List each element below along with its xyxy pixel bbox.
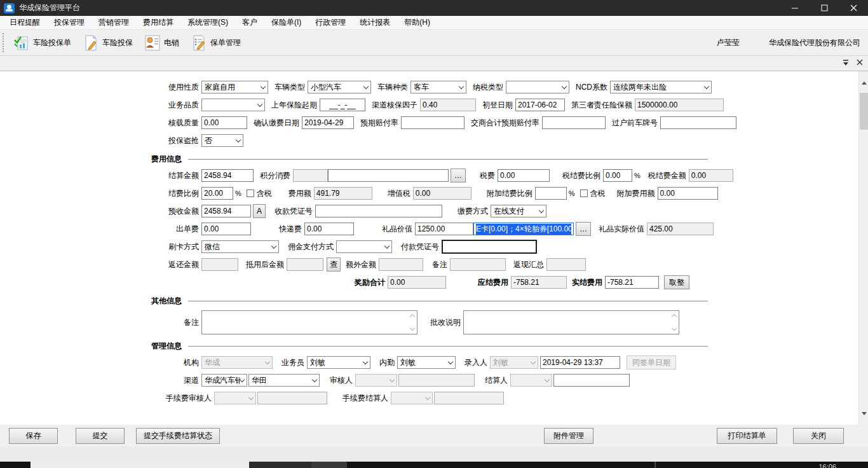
taskbar-item[interactable] xyxy=(31,462,249,468)
menu-item-4[interactable]: 系统管理(S) xyxy=(180,16,235,29)
tab-close-icon[interactable] xyxy=(857,59,863,67)
correction-note-textarea[interactable] xyxy=(463,310,679,334)
print-settlement-button[interactable]: 打印结算单 xyxy=(717,428,777,444)
toolbar-button-0[interactable]: 车险投保单 xyxy=(8,32,78,53)
scroll-up-icon[interactable] xyxy=(859,78,868,88)
confirm-payment-date-input[interactable]: 2019-04-29 xyxy=(302,116,354,129)
payment-voucher-input[interactable] xyxy=(442,240,537,254)
menu-item-2[interactable]: 营销管理 xyxy=(92,16,136,29)
vertical-scrollbar[interactable] xyxy=(858,71,868,425)
last-year-policy-start-input[interactable]: __-_-__ xyxy=(320,99,365,111)
save-button[interactable]: 保存 xyxy=(9,428,58,444)
tax-settle-amount-input[interactable]: 0.00 xyxy=(689,169,733,182)
remark-textarea[interactable] xyxy=(201,310,417,334)
submit-button[interactable]: 提交 xyxy=(76,428,125,444)
points-consumption-detail-input[interactable] xyxy=(328,169,449,182)
gift-browse-button[interactable]: … xyxy=(576,222,591,236)
menu-item-0[interactable]: 日程提醒 xyxy=(3,16,47,29)
settle-ratio-input[interactable]: 20.00 xyxy=(201,187,233,200)
entry-time-input[interactable]: 2019-04-29 13:37 xyxy=(540,356,620,369)
textarea-scroll-down-icon[interactable] xyxy=(410,326,415,331)
menu-item-1[interactable]: 投保管理 xyxy=(47,16,92,29)
combined-expected-loss-ratio-input[interactable] xyxy=(542,116,606,129)
card-payment-method-select[interactable]: 微信 xyxy=(201,240,279,253)
office-staff-select[interactable]: 刘敏 xyxy=(397,356,456,369)
issue-fee-input[interactable]: 0.00 xyxy=(201,223,251,235)
first-registration-date-input[interactable]: 2017-06-02 xyxy=(515,99,565,111)
channel-select-2[interactable]: 华田 xyxy=(248,374,320,387)
load-capacity-input[interactable]: 0.00 xyxy=(201,116,247,129)
menu-item-7[interactable]: 行政管理 xyxy=(308,16,353,29)
extra-fee-amount-input[interactable]: 0.00 xyxy=(658,187,718,200)
expected-loss-ratio-input[interactable] xyxy=(401,116,465,129)
attachment-manage-button[interactable]: 附件管理 xyxy=(544,428,593,444)
payable-fee-input[interactable]: -758.21 xyxy=(511,276,567,289)
round-button[interactable]: 取整 xyxy=(664,275,689,289)
offset-amount-input[interactable] xyxy=(287,258,323,271)
actual-fee-input[interactable]: -758.21 xyxy=(605,276,659,289)
auditor-name-input[interactable] xyxy=(398,374,475,387)
tax-fee-input[interactable]: 0.00 xyxy=(498,169,550,182)
gift-detail-input[interactable]: E卡[0.00]；4×轮胎券[100.00] xyxy=(473,223,574,235)
previous-plate-number-input[interactable] xyxy=(660,116,736,129)
gift-actual-value-input[interactable]: 425.00 xyxy=(647,223,714,235)
close-page-button[interactable]: 关闭 xyxy=(793,428,844,444)
third-party-liability-input[interactable]: 1500000.00 xyxy=(635,99,724,111)
taskbar-item[interactable] xyxy=(249,462,311,468)
vehicle-kind-select[interactable]: 客车 xyxy=(410,81,466,93)
gift-value-input[interactable]: 1250.00 xyxy=(415,223,473,235)
minimize-icon[interactable] xyxy=(780,0,810,16)
taskbar-item[interactable] xyxy=(311,462,347,468)
toolbar-button-3[interactable]: 保单管理 xyxy=(186,32,247,53)
textarea-scroll-down-icon[interactable] xyxy=(672,326,677,331)
extra-amount-input[interactable] xyxy=(379,258,423,271)
menu-item-9[interactable]: 帮助(H) xyxy=(397,16,437,29)
ncd-factor-select[interactable]: 连续两年未出险 xyxy=(610,81,712,93)
payment-method-select[interactable]: 在线支付 xyxy=(491,205,546,217)
tax-settle-ratio-input[interactable]: 0.00 xyxy=(603,169,632,182)
points-consumption-input[interactable] xyxy=(293,169,328,182)
menu-item-5[interactable]: 客户 xyxy=(235,16,264,29)
close-icon[interactable] xyxy=(839,0,868,16)
theft-coverage-select[interactable]: 否 xyxy=(201,134,243,147)
checkbox-icon[interactable] xyxy=(247,189,254,197)
tab-list-icon[interactable] xyxy=(843,59,849,67)
check-button[interactable]: 查 xyxy=(327,258,341,272)
tax-type-select[interactable] xyxy=(506,81,569,93)
scroll-thumb[interactable] xyxy=(860,93,868,130)
usage-nature-select[interactable]: 家庭自用 xyxy=(201,81,268,93)
precollect-a-button[interactable]: A xyxy=(253,204,266,218)
tax-included-checkbox-1[interactable]: 含税 xyxy=(247,188,272,199)
maximize-icon[interactable] xyxy=(810,0,839,16)
menu-item-6[interactable]: 保险单(I) xyxy=(264,16,308,29)
textarea-scroll-up-icon[interactable] xyxy=(410,314,415,319)
settler-name-input[interactable] xyxy=(553,374,630,387)
business-quality-select[interactable] xyxy=(201,99,265,111)
tax-included-checkbox-2[interactable]: 含税 xyxy=(580,188,606,199)
precollect-amount-input[interactable]: 2458.94 xyxy=(201,205,251,217)
receipt-voucher-input[interactable] xyxy=(315,205,442,217)
vehicle-type-select[interactable]: 小型汽车 xyxy=(308,81,371,93)
channel-underwriting-factor-input[interactable]: 0.40 xyxy=(420,99,476,111)
menu-item-3[interactable]: 费用结算 xyxy=(136,16,180,29)
settlement-amount-input[interactable]: 2458.94 xyxy=(201,169,254,182)
express-fee-input[interactable]: 0.00 xyxy=(304,223,354,235)
textarea-scroll-up-icon[interactable] xyxy=(672,314,677,319)
channel-select-1[interactable]: 华成汽车销 xyxy=(201,374,247,387)
cashback-total-input[interactable] xyxy=(546,258,586,271)
fee-amount-input[interactable]: 491.79 xyxy=(314,187,372,200)
toolbar-button-2[interactable]: 电销 xyxy=(139,32,186,53)
scroll-down-icon[interactable] xyxy=(859,408,868,418)
return-amount-input[interactable] xyxy=(201,258,238,271)
extra-settle-ratio-input[interactable] xyxy=(535,187,567,200)
reward-total-input[interactable]: 0.00 xyxy=(388,276,446,289)
note-input[interactable] xyxy=(450,258,506,271)
salesman-select[interactable]: 刘敏 xyxy=(307,356,370,369)
fee-auditor-name-input[interactable] xyxy=(257,392,327,404)
points-browse-button[interactable]: … xyxy=(451,169,466,182)
commission-payment-method-select[interactable] xyxy=(336,240,392,253)
menu-item-8[interactable]: 统计报表 xyxy=(353,16,397,29)
checkbox-icon[interactable] xyxy=(580,189,588,197)
vat-input[interactable]: 0.00 xyxy=(413,187,471,200)
toolbar-button-1[interactable]: 车险投保 xyxy=(78,32,139,53)
